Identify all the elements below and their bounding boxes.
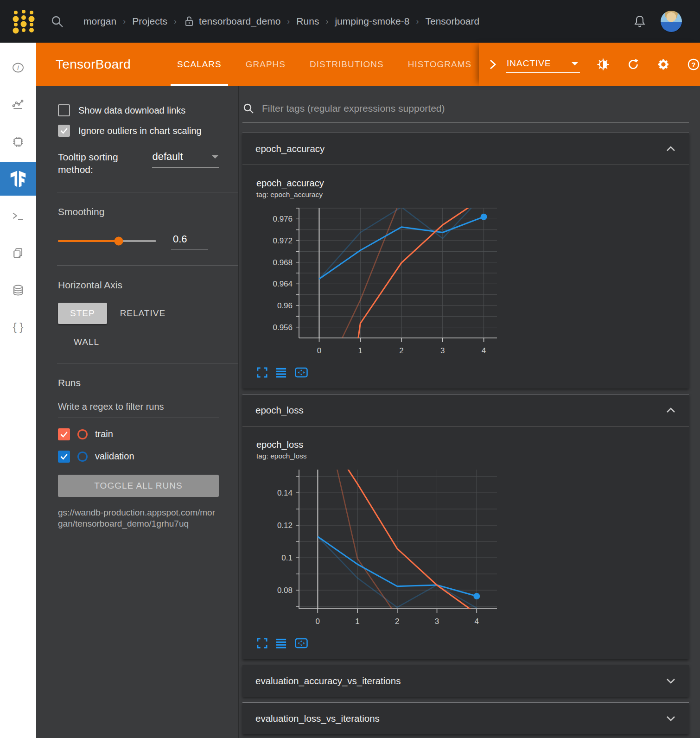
run-status-select[interactable]: INACTIVE	[506, 56, 580, 73]
chevron-up-icon[interactable]	[666, 407, 676, 414]
show-download-links-checkbox[interactable]: Show data download links	[58, 104, 219, 116]
sidebar-item-system[interactable]	[0, 123, 36, 160]
notifications-bell-icon[interactable]	[633, 14, 646, 28]
svg-text:1: 1	[355, 617, 359, 626]
search-icon[interactable]	[50, 14, 64, 28]
fit-domain-icon[interactable]	[294, 367, 308, 378]
chevron-down-icon	[211, 154, 219, 159]
svg-text:i: i	[17, 64, 19, 71]
smoothing-label: Smoothing	[58, 206, 219, 217]
help-icon[interactable]: ?	[687, 58, 700, 71]
svg-text:0.12: 0.12	[277, 521, 293, 530]
chart-actions	[256, 367, 689, 378]
chart-title: epoch_loss	[256, 439, 689, 450]
sidebar-item-config[interactable]: { }	[0, 309, 36, 346]
tensorboard-header-controls: INACTIVE	[479, 43, 700, 86]
breadcrumb-item-entity[interactable]: morgan	[83, 16, 116, 27]
app-root: morgan › Projects › tensorboard_demo › R…	[0, 0, 700, 738]
tooltip-sorting-select[interactable]: default	[152, 151, 219, 168]
wandb-logo-icon[interactable]	[8, 5, 37, 38]
axis-relative-button[interactable]: RELATIVE	[120, 308, 165, 318]
tooltip-sorting-label: Tooltip sorting method:	[58, 151, 131, 176]
svg-text:2: 2	[399, 346, 403, 355]
breadcrumb-separator: ›	[416, 17, 419, 26]
tensorboard-tabs: SCALARS GRAPHS DISTRIBUTIONS HISTOGRAMS	[165, 43, 484, 86]
run-status-value: INACTIVE	[507, 58, 551, 69]
scalars-dashboard: epoch_accuracy epoch_accuracy tag: epoch…	[239, 86, 700, 738]
sidebar-item-overview[interactable]: i	[0, 49, 36, 86]
breadcrumb-item-project[interactable]: tensorboard_demo	[199, 16, 280, 27]
smoothing-slider[interactable]	[58, 240, 156, 242]
svg-text:0.976: 0.976	[273, 215, 293, 223]
sidebar-item-artifacts[interactable]	[0, 272, 36, 309]
tooltip-sorting-value: default	[152, 151, 183, 163]
tensorboard-header: TensorBoard SCALARS GRAPHS DISTRIBUTIONS…	[36, 43, 700, 86]
axis-step-button[interactable]: STEP	[58, 303, 107, 324]
slider-thumb[interactable]	[115, 237, 123, 246]
data-table-icon[interactable]	[275, 367, 287, 378]
validation-label: validation	[95, 451, 134, 462]
runs-regex-input[interactable]	[58, 399, 219, 418]
train-label: train	[95, 429, 113, 439]
svg-text:2: 2	[395, 617, 399, 626]
breadcrumb-item-runs[interactable]: Runs	[296, 16, 319, 27]
sidebar-item-files[interactable]	[0, 235, 36, 272]
section-header-evaluation-loss[interactable]: evaluation_loss_vs_iterations	[242, 703, 689, 734]
user-avatar[interactable]	[660, 10, 682, 32]
filter-tags-input[interactable]	[262, 103, 689, 114]
epoch-loss-plot[interactable]: 012340.080.10.120.14	[256, 466, 500, 629]
chart-actions	[256, 637, 689, 649]
train-color-swatch	[77, 429, 88, 439]
validation-color-swatch	[77, 452, 88, 462]
breadcrumb-item-run[interactable]: jumping-smoke-8	[335, 16, 409, 27]
run-row-validation[interactable]: validation	[58, 451, 219, 463]
sidebar-item-tensorboard[interactable]	[0, 162, 36, 196]
checkbox-checked	[58, 125, 70, 137]
runs-heading: Runs	[58, 377, 219, 388]
ignore-outliers-label: Ignore outliers in chart scaling	[78, 126, 202, 136]
section-header-epoch-accuracy[interactable]: epoch_accuracy	[242, 133, 689, 165]
svg-text:0.964: 0.964	[273, 280, 293, 288]
smoothing-value-input[interactable]: 0.6	[171, 233, 208, 249]
chevron-down-icon[interactable]	[666, 678, 676, 684]
fit-domain-icon[interactable]	[294, 637, 308, 649]
chevron-up-icon[interactable]	[666, 146, 676, 152]
validation-checkbox[interactable]	[58, 451, 70, 463]
axis-wall-button[interactable]: WALL	[74, 337, 99, 347]
breadcrumb-item-tensorboard[interactable]: Tensorboard	[425, 16, 479, 27]
contrast-icon[interactable]	[597, 58, 610, 71]
tensorboard-title: TensorBoard	[36, 57, 131, 72]
tab-histograms[interactable]: HISTOGRAMS	[401, 43, 478, 86]
gear-icon[interactable]	[657, 58, 670, 71]
section-title: epoch_accuracy	[255, 143, 325, 154]
fullscreen-icon[interactable]	[256, 637, 268, 649]
run-row-train[interactable]: train	[58, 428, 219, 440]
breadcrumb-separator: ›	[287, 17, 290, 26]
tab-graphs[interactable]: GRAPHS	[239, 43, 292, 86]
svg-text:{ }: { }	[13, 320, 24, 333]
train-checkbox[interactable]	[58, 428, 70, 440]
epoch-accuracy-plot[interactable]: 012340.9560.960.9640.9680.9720.976	[256, 204, 500, 358]
refresh-icon[interactable]	[627, 58, 640, 71]
svg-text:0.1: 0.1	[281, 554, 293, 562]
toggle-all-runs-button[interactable]: TOGGLE ALL RUNS	[58, 475, 219, 497]
svg-text:0: 0	[317, 346, 321, 355]
sidebar-item-logs[interactable]	[0, 197, 36, 235]
svg-text:3: 3	[440, 346, 445, 355]
chevron-down-icon[interactable]	[666, 715, 676, 722]
topbar-actions	[633, 10, 682, 32]
tab-scalars[interactable]: SCALARS	[171, 43, 228, 86]
fullscreen-icon[interactable]	[256, 367, 268, 378]
section-header-epoch-loss[interactable]: epoch_loss	[242, 394, 689, 426]
breadcrumb-item-projects[interactable]: Projects	[132, 16, 167, 27]
svg-text:0.96: 0.96	[277, 301, 293, 310]
data-table-icon[interactable]	[275, 637, 287, 649]
ignore-outliers-checkbox[interactable]: Ignore outliers in chart scaling	[58, 125, 219, 137]
section-header-evaluation-accuracy[interactable]: evaluation_accuracy_vs_iterations	[242, 665, 689, 697]
tab-distributions[interactable]: DISTRIBUTIONS	[303, 43, 390, 86]
tabs-overflow-chevron-icon[interactable]	[486, 58, 498, 70]
svg-text:0.08: 0.08	[277, 586, 293, 595]
svg-text:4: 4	[482, 346, 486, 355]
breadcrumb: morgan › Projects › tensorboard_demo › R…	[83, 15, 633, 28]
sidebar-item-charts[interactable]	[0, 86, 36, 123]
